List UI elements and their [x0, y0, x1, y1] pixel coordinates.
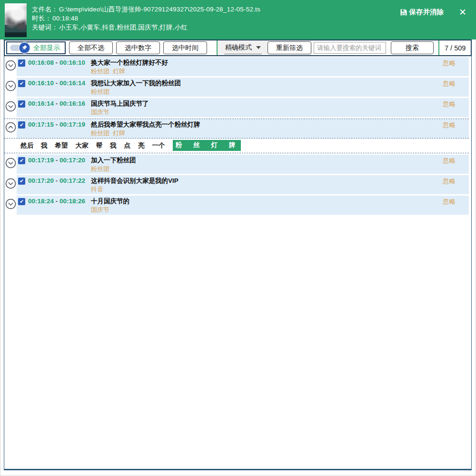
end-time: 00:18:26 [60, 198, 85, 205]
row-gutter [4, 119, 17, 138]
save-and-remove-button[interactable]: 保存并消除 [400, 8, 444, 17]
video-thumbnail [5, 3, 27, 37]
chevron-down-icon [5, 204, 16, 211]
start-time: 00:17:20 [28, 177, 54, 184]
start-time: 00:16:14 [28, 100, 54, 107]
subtitle-row: ✔00:16:10 - 00:16:14我想让大家加入一下我的粉丝团粉丝团忽略 [4, 78, 469, 97]
select-time-button[interactable]: 选中时间 [163, 41, 207, 54]
row-checkbox-checked[interactable]: ✔ [18, 198, 25, 205]
subtitle-row: ✔00:17:15 - 00:17:19然后我希望大家帮我点亮一个粉丝灯牌粉丝团… [4, 119, 469, 139]
word-segment[interactable]: 然后 [20, 141, 33, 150]
ignore-link[interactable]: 忽略 [443, 59, 456, 68]
word-segment[interactable]: 我 [110, 141, 117, 150]
row-gutter [4, 155, 17, 174]
row-texts: 加入一下粉丝团粉丝团 [91, 156, 439, 172]
row-checkbox-checked[interactable]: ✔ [18, 121, 25, 129]
highlighted-words: 粉丝灯牌 [173, 140, 241, 151]
file-name-value: G:\temp\video\山西导游张帅-907291249327\2025-0… [59, 6, 260, 13]
chevron-down-icon [5, 86, 16, 93]
subtitle-text: 十月国庆节的 [91, 197, 439, 205]
expand-row-button[interactable] [5, 80, 16, 92]
word-segment-highlighted[interactable]: 牌 [229, 141, 236, 149]
search-input[interactable] [314, 42, 386, 54]
duration-line: 时长：00:18:48 [32, 14, 400, 23]
row-time-range: 00:17:15 - 00:17:19 [28, 121, 85, 128]
file-name-label: 文件名： [32, 6, 58, 13]
expand-row-button[interactable] [5, 178, 16, 189]
word-segment-highlighted[interactable]: 丝 [193, 141, 200, 149]
word-segment-highlighted[interactable]: 粉 [176, 141, 182, 149]
ignore-link[interactable]: 忽略 [443, 79, 456, 88]
toolbar: 全部显示 全部不选 选中数字 选中时间 精确模式 重新筛选 搜索 7 / 509 [4, 40, 472, 56]
chevron-down-icon [5, 163, 16, 170]
row-gutter [4, 57, 17, 76]
mode-select[interactable]: 精确模式 [224, 42, 262, 54]
word-segment[interactable]: 帮 [96, 141, 103, 150]
expand-row-button[interactable] [5, 60, 16, 71]
keyword-tag: 粉丝团 [91, 68, 109, 75]
end-time: 00:16:14 [60, 79, 85, 87]
start-time: 00:16:10 [28, 79, 54, 87]
row-content: ✔00:16:14 - 00:16:16国庆节马上国庆节了国庆节忽略 [17, 98, 469, 117]
row-checkbox-checked[interactable]: ✔ [18, 100, 25, 108]
word-segment[interactable]: 点 [124, 141, 131, 150]
chevron-down-icon [5, 183, 16, 190]
word-segment[interactable]: 大家 [76, 141, 89, 150]
row-checkbox-checked[interactable]: ✔ [18, 60, 25, 67]
ignore-link[interactable]: 忽略 [443, 177, 456, 186]
row-checkbox-checked[interactable]: ✔ [18, 80, 25, 87]
end-time: 00:16:16 [60, 100, 85, 107]
subtitle-text: 国庆节马上国庆节了 [91, 99, 439, 108]
refilter-button[interactable]: 重新筛选 [268, 41, 311, 54]
expand-row-button[interactable] [5, 198, 16, 210]
chevron-down-icon [5, 106, 16, 113]
subtitle-text: 换大家一个粉丝灯牌好不好 [91, 59, 439, 67]
row-texts: 十月国庆节的国庆节 [91, 197, 439, 213]
word-segment-highlighted[interactable]: 灯 [211, 141, 218, 149]
row-tags: 粉丝团 [91, 88, 439, 95]
word-segment[interactable]: 希望 [55, 141, 68, 150]
row-texts: 国庆节马上国庆节了国庆节 [91, 99, 439, 116]
row-content: ✔00:16:08 - 00:16:10换大家一个粉丝灯牌好不好粉丝团灯牌忽略 [17, 57, 469, 76]
row-content: ✔00:18:24 - 00:18:26十月国庆节的国庆节忽略 [17, 196, 469, 215]
subtitle-list: ✔00:16:08 - 00:16:10换大家一个粉丝灯牌好不好粉丝团灯牌忽略✔… [4, 57, 471, 215]
collapse-row-button[interactable] [5, 122, 16, 133]
word-segment[interactable]: 我 [41, 141, 48, 150]
keywords-label: 关键词： [32, 24, 58, 31]
row-tags: 粉丝团 [91, 165, 439, 172]
chevron-up-icon [5, 127, 16, 134]
show-all-toggle[interactable]: 全部显示 [6, 41, 66, 54]
word-segment[interactable]: 亮 [138, 141, 145, 150]
start-time: 00:18:24 [28, 198, 54, 205]
ignore-link[interactable]: 忽略 [443, 198, 456, 206]
row-checkbox-checked[interactable]: ✔ [18, 178, 25, 185]
time-separator: - [54, 100, 60, 107]
expand-row-button[interactable] [5, 158, 16, 169]
duration-label: 时长： [32, 15, 51, 22]
close-button[interactable]: ✕ [458, 8, 467, 17]
pushpin-icon [19, 42, 30, 54]
row-time-range: 00:18:24 - 00:18:26 [28, 198, 85, 205]
deselect-all-button[interactable]: 全部不选 [69, 41, 113, 54]
row-checkbox-checked[interactable]: ✔ [18, 157, 25, 164]
expand-row-button[interactable] [5, 101, 16, 112]
time-separator: - [54, 121, 60, 128]
start-time: 00:17:19 [28, 157, 54, 164]
ignore-link[interactable]: 忽略 [443, 157, 456, 165]
subtitle-text: 我想让大家加入一下我的粉丝团 [91, 79, 439, 87]
row-time-range: 00:16:10 - 00:16:14 [28, 79, 85, 87]
row-time-range: 00:17:20 - 00:17:22 [28, 177, 85, 184]
subtitle-row: ✔00:16:14 - 00:16:16国庆节马上国庆节了国庆节忽略 [4, 98, 469, 117]
row-tags: 国庆节 [91, 206, 439, 213]
word-segment[interactable]: 一个 [152, 141, 165, 150]
time-separator: - [54, 177, 60, 184]
header-actions: 保存并消除 ✕ [400, 3, 467, 17]
row-content: ✔00:17:19 - 00:17:20加入一下粉丝团粉丝团忽略 [17, 155, 469, 174]
ignore-link[interactable]: 忽略 [443, 121, 456, 129]
start-time: 00:16:08 [28, 59, 54, 66]
ignore-link[interactable]: 忽略 [443, 100, 456, 109]
select-number-button[interactable]: 选中数字 [116, 41, 160, 54]
row-content: ✔00:17:15 - 00:17:19然后我希望大家帮我点亮一个粉丝灯牌粉丝团… [17, 119, 469, 138]
search-button[interactable]: 搜索 [391, 41, 434, 54]
row-tags: 抖音 [91, 186, 439, 193]
